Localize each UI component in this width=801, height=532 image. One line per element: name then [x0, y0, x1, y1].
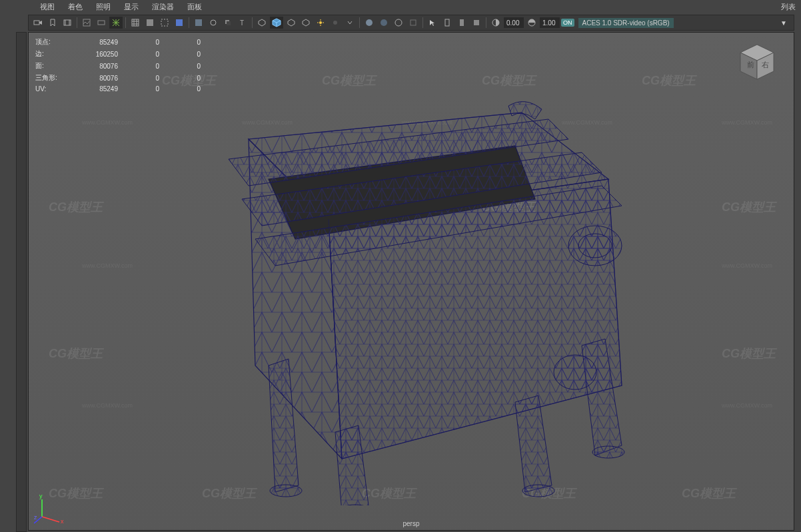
- wireframe-icon[interactable]: [129, 17, 142, 29]
- svg-text:y: y: [39, 493, 43, 499]
- gamma-icon[interactable]: [525, 17, 538, 29]
- menu-renderer[interactable]: 渲染器: [145, 1, 181, 13]
- svg-text:T: T: [240, 19, 244, 27]
- bbox-icon[interactable]: [158, 17, 171, 29]
- svg-point-15: [211, 20, 216, 25]
- watermark-sub: www.CGMXW.com: [722, 262, 772, 269]
- watermark: CG模型王: [722, 199, 776, 215]
- svg-marker-22: [303, 19, 309, 26]
- shaded-icon[interactable]: [143, 17, 157, 29]
- exposure-icon[interactable]: [489, 17, 502, 29]
- menu-view[interactable]: 视图: [33, 1, 61, 13]
- left-gutter: [0, 13, 16, 532]
- dot-icon[interactable]: [329, 17, 342, 29]
- right-panel-label[interactable]: 列表: [781, 2, 796, 12]
- axis-gizmo[interactable]: y x z: [34, 491, 67, 525]
- gate-icon[interactable]: [95, 17, 108, 29]
- watermark-sub: www.CGMXW.com: [722, 402, 772, 409]
- svg-rect-30: [460, 19, 464, 26]
- shaded-wire-icon[interactable]: [173, 17, 186, 29]
- snap-icon[interactable]: [440, 17, 454, 29]
- svg-rect-29: [445, 19, 449, 26]
- colormanagement-toggle[interactable]: ON: [561, 19, 574, 27]
- svg-rect-31: [474, 20, 479, 25]
- svg-rect-0: [34, 21, 39, 25]
- svg-point-45: [270, 485, 302, 497]
- isolate-icon[interactable]: [255, 17, 269, 29]
- svg-marker-44: [515, 396, 552, 492]
- watermark: CG模型王: [49, 346, 103, 362]
- viewport-canvas[interactable]: CG模型王 CG模型王 CG模型王 CG模型王 www.CGMXW.com ww…: [29, 33, 794, 530]
- menu-shading[interactable]: 着色: [61, 1, 89, 13]
- image-plane-icon[interactable]: [80, 17, 93, 29]
- sphere3-icon[interactable]: [392, 17, 405, 29]
- svg-point-27: [395, 19, 402, 26]
- left-sidebar[interactable]: [16, 32, 27, 532]
- menu-show[interactable]: 显示: [117, 1, 145, 13]
- svg-point-51: [554, 355, 596, 390]
- watermark-sub: www.CGMXW.com: [82, 402, 133, 409]
- menu-lighting[interactable]: 照明: [89, 1, 117, 13]
- lights-icon[interactable]: [207, 17, 220, 29]
- watermark-sub: www.CGMXW.com: [82, 262, 133, 269]
- text-icon[interactable]: T: [236, 17, 249, 29]
- hud-row-tris: 三角形:8007600: [35, 73, 201, 83]
- select-camera-icon[interactable]: [31, 17, 45, 29]
- svg-point-48: [522, 485, 554, 497]
- light-icon[interactable]: [314, 17, 327, 29]
- watermark-sub: www.CGMXW.com: [82, 119, 133, 126]
- watermark: CG模型王: [482, 73, 536, 89]
- svg-rect-13: [176, 19, 183, 26]
- viewcube-right: 右: [762, 61, 769, 69]
- svg-rect-6: [132, 19, 139, 26]
- svg-text:z: z: [34, 514, 37, 521]
- watermark: CG模型王: [322, 73, 376, 89]
- svg-point-26: [381, 19, 387, 26]
- hud-row-verts: 顶点:8524900: [35, 37, 201, 47]
- svg-line-62: [42, 517, 59, 522]
- viewcube[interactable]: 前 右: [734, 39, 780, 86]
- cube-icon[interactable]: [270, 17, 283, 29]
- snap3-icon[interactable]: [470, 17, 483, 29]
- hud-row-faces: 面:8007600: [35, 61, 201, 71]
- watermark: CG模型王: [682, 485, 736, 501]
- cursor-icon[interactable]: [426, 17, 439, 29]
- grid-icon[interactable]: [109, 17, 123, 29]
- watermark: CG模型王: [49, 199, 103, 215]
- model-wireframe: [142, 93, 662, 505]
- snap2-icon[interactable]: [455, 17, 468, 29]
- svg-point-46: [592, 446, 624, 458]
- viewport-toolbar: T 0.00 1.00 ON ACES 1.0 SDR-video (sRGB)…: [28, 15, 794, 31]
- viewcube-front: 前: [747, 61, 754, 69]
- sphere-icon[interactable]: [363, 17, 376, 29]
- camera-name: persp: [402, 520, 419, 527]
- svg-text:x: x: [61, 518, 64, 525]
- chevron-down-icon[interactable]: ▼: [780, 19, 787, 27]
- colorspace-dropdown[interactable]: ACES 1.0 SDR-video (sRGB): [578, 18, 674, 28]
- svg-point-50: [578, 234, 612, 258]
- menu-panels[interactable]: 面板: [181, 1, 209, 13]
- viewport[interactable]: CG模型王 CG模型王 CG模型王 CG模型王 www.CGMXW.com ww…: [28, 32, 794, 531]
- bookmark-icon[interactable]: [46, 17, 59, 29]
- svg-marker-21: [288, 19, 295, 26]
- hud-row-uvs: UV:8524900: [35, 85, 201, 93]
- svg-rect-14: [195, 19, 202, 26]
- film-icon[interactable]: [61, 17, 74, 29]
- svg-rect-11: [147, 19, 153, 26]
- exposure-value[interactable]: 0.00: [504, 17, 524, 28]
- sphere2-icon[interactable]: [377, 17, 391, 29]
- gamma-value[interactable]: 1.00: [540, 17, 560, 28]
- arrow-down-icon[interactable]: [343, 17, 357, 29]
- svg-point-23: [319, 21, 322, 24]
- textured-icon[interactable]: [192, 17, 205, 29]
- svg-rect-28: [410, 20, 416, 25]
- watermark: CG模型王: [722, 346, 776, 362]
- shadows-icon[interactable]: [221, 17, 235, 29]
- cube3-icon[interactable]: [299, 17, 313, 29]
- watermark-sub: www.CGMXW.com: [722, 119, 772, 126]
- xray-icon[interactable]: [406, 17, 420, 29]
- menu-bar: 视图 着色 照明 显示 渲染器 面板 列表: [0, 0, 801, 13]
- cube2-icon[interactable]: [285, 17, 298, 29]
- svg-marker-19: [259, 19, 265, 26]
- hud-row-edges: 边:16025000: [35, 49, 201, 59]
